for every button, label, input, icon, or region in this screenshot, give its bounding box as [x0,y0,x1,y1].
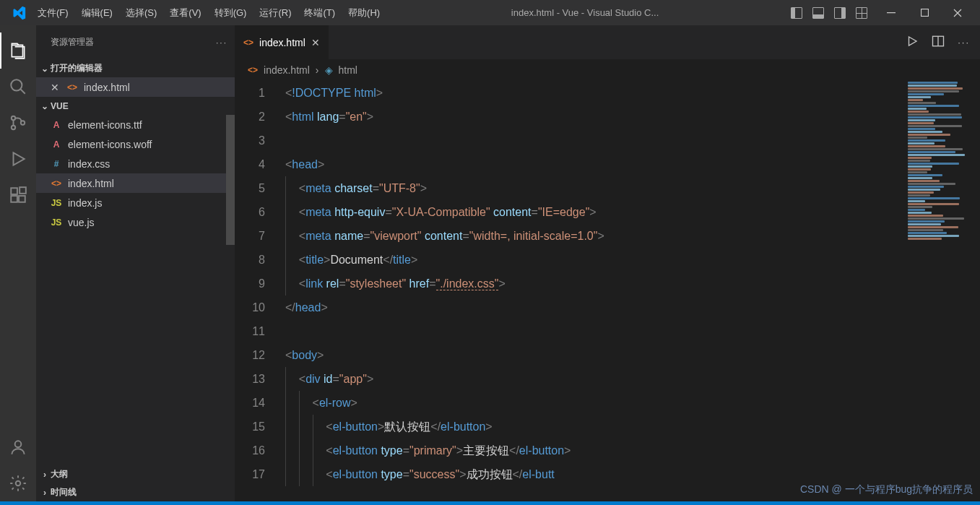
sidebar-scrollbar[interactable] [226,115,235,245]
editor-tabs: <> index.html ✕ ··· [235,25,980,59]
more-actions-icon[interactable]: ··· [216,38,227,48]
svg-rect-1 [921,9,928,17]
timeline-section[interactable]: › 时间线 [36,483,235,501]
tab-index-html[interactable]: <> index.html ✕ [235,25,329,59]
window-controls [875,0,974,25]
svg-rect-7 [11,196,17,202]
svg-point-2 [11,79,22,90]
maximize-button[interactable] [908,0,941,25]
folder-section[interactable]: ⌄ VUE [36,97,235,115]
chevron-down-icon: ⌄ [39,101,51,111]
run-icon[interactable] [906,35,919,50]
toggle-right-panel-icon[interactable] [834,7,846,19]
close-icon[interactable]: ✕ [49,82,61,93]
chevron-down-icon: ⌄ [39,64,51,74]
run-debug-icon[interactable] [0,141,36,177]
vscode-logo-icon [6,6,31,20]
main-menu: 文件(F)编辑(E)选择(S)查看(V)转到(G)运行(R)终端(T)帮助(H) [31,4,386,22]
toggle-bottom-panel-icon[interactable] [812,7,824,19]
toggle-left-panel-icon[interactable] [791,7,802,19]
code-editor[interactable]: 1234567891011121314151617 <!DOCTYPE html… [235,81,980,501]
status-bar[interactable] [0,501,980,505]
search-icon[interactable] [0,69,36,105]
file-tree-item[interactable]: Aelement-icons.woff [36,134,235,154]
file-icon: A [49,139,64,150]
customize-layout-icon[interactable] [856,7,867,19]
file-tree-item[interactable]: #index.css [36,154,235,173]
breadcrumb[interactable]: <> index.html › ◈ html [235,59,980,81]
svg-point-10 [15,441,22,447]
file-tree-item[interactable]: Aelement-icons.ttf [36,115,235,134]
svg-rect-0 [887,12,896,13]
html-file-icon: <> [248,65,258,75]
extensions-icon[interactable] [0,177,36,213]
svg-rect-9 [19,187,26,194]
activity-bar [0,25,36,501]
menu-item[interactable]: 帮助(H) [342,4,386,22]
close-tab-icon[interactable]: ✕ [311,37,320,48]
open-editor-item[interactable]: ✕<>index.html [36,77,235,97]
svg-point-3 [12,116,15,120]
outline-section[interactable]: › 大纲 [36,465,235,483]
menu-item[interactable]: 查看(V) [163,4,207,22]
file-tree-item[interactable]: JSindex.js [36,193,235,212]
svg-point-5 [21,121,25,124]
file-icon: # [49,159,64,169]
close-button[interactable] [941,0,974,25]
file-tree-item[interactable]: <>index.html [36,173,235,193]
menu-item[interactable]: 选择(S) [119,4,163,22]
file-icon: <> [49,178,64,189]
layout-controls [784,7,875,19]
svg-point-4 [12,126,15,129]
file-icon: A [49,120,64,130]
titlebar: 文件(F)编辑(E)选择(S)查看(V)转到(G)运行(R)终端(T)帮助(H)… [0,0,980,25]
minimize-button[interactable] [875,0,908,25]
file-icon: JS [49,198,64,208]
svg-point-11 [16,481,21,486]
account-icon[interactable] [0,429,36,465]
explorer-sidebar: 资源管理器 ··· ⌄ 打开的编辑器 ✕<>index.html ⌄ VUE A… [36,25,235,501]
svg-rect-6 [11,188,17,194]
menu-item[interactable]: 文件(F) [31,4,75,22]
minimap[interactable] [905,81,970,500]
chevron-right-icon: › [316,64,319,76]
split-editor-icon[interactable] [932,35,945,50]
editor-area: <> index.html ✕ ··· <> index.html › ◈ ht… [235,25,980,501]
menu-item[interactable]: 运行(R) [253,4,298,22]
settings-icon[interactable] [0,465,36,501]
window-title: index.html - Vue - Visual Studio C... [386,7,784,18]
source-control-icon[interactable] [0,105,36,141]
menu-item[interactable]: 编辑(E) [75,4,119,22]
watermark: CSDN @ 一个与程序bug抗争的程序员 [800,483,973,496]
sidebar-header: 资源管理器 ··· [36,25,235,59]
explorer-icon[interactable] [0,33,36,69]
html-file-icon: <> [243,38,253,48]
menu-item[interactable]: 转到(G) [208,4,253,22]
chevron-right-icon: › [39,488,51,498]
file-tree-item[interactable]: JSvue.js [36,212,235,232]
more-actions-icon[interactable]: ··· [958,37,970,48]
sidebar-title: 资源管理器 [51,36,94,48]
cube-icon: ◈ [325,64,333,76]
menu-item[interactable]: 终端(T) [298,4,342,22]
open-editors-section[interactable]: ⌄ 打开的编辑器 [36,59,235,77]
file-icon: <> [65,82,79,92]
chevron-right-icon: › [39,470,51,480]
svg-rect-8 [19,196,25,202]
file-icon: JS [49,217,64,228]
